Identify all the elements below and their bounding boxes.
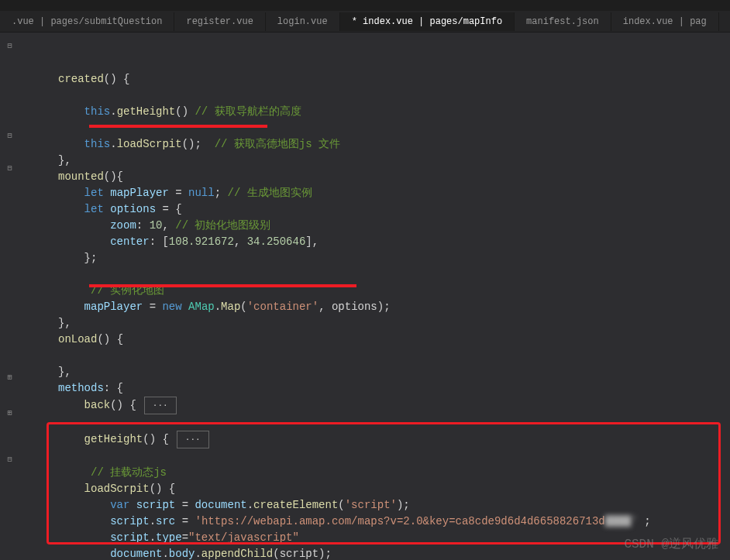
fold-gutter: ⊟ ⊟ ⊟ ⊞ ⊞ ⊟ (0, 33, 19, 560)
annotation-underline (89, 125, 267, 128)
fold-icon[interactable]: ⊞ (5, 409, 15, 418)
fold-icon[interactable]: ⊟ (5, 42, 15, 51)
tab-index[interactable]: index.vue | pag (611, 12, 719, 31)
tab-manifest[interactable]: manifest.json (515, 12, 611, 31)
fold-placeholder[interactable]: ··· (144, 397, 177, 414)
tab-register[interactable]: register.vue (174, 12, 265, 31)
fold-icon[interactable]: ⊞ (5, 373, 15, 383)
annotation-box (46, 422, 721, 545)
watermark: CSDN @逆风优雅 (624, 536, 718, 552)
fold-icon[interactable]: ⊟ (5, 455, 15, 465)
fold-icon[interactable]: ⊟ (5, 132, 15, 141)
code-content[interactable]: created() { this.getHeight() // 获取导航栏的高度… (19, 33, 730, 560)
annotation-underline (89, 284, 356, 287)
tab-login[interactable]: login.vue (266, 12, 340, 31)
fold-icon[interactable]: ⊟ (5, 164, 15, 173)
tab-mapinfo[interactable]: * index.vue | pages/mapInfo (340, 12, 515, 31)
editor-tabs: .vue | pages/submitQuestion register.vue… (0, 11, 730, 33)
code-editor[interactable]: ⊟ ⊟ ⊟ ⊞ ⊞ ⊟ created() { this.getHeight()… (0, 33, 730, 560)
tab-submit-question[interactable]: .vue | pages/submitQuestion (0, 12, 174, 31)
